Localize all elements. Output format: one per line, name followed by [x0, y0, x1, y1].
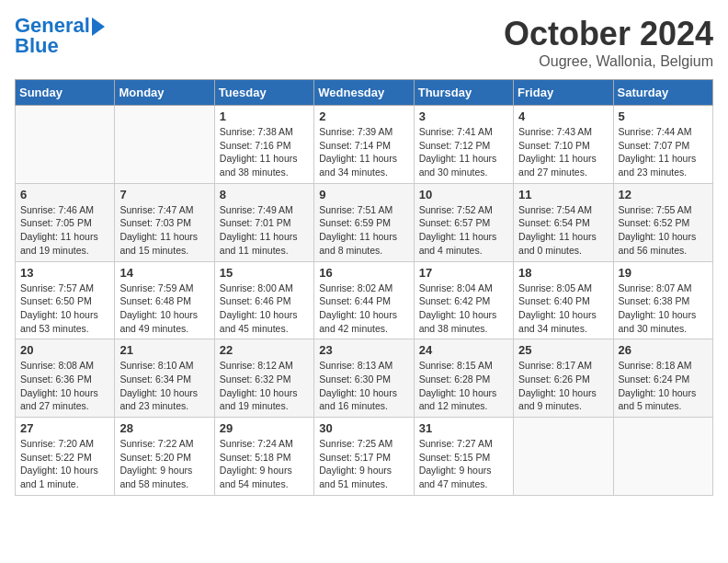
logo-blue: Blue: [15, 35, 105, 57]
day-info: Sunrise: 7:46 AM Sunset: 7:05 PM Dayligh…: [20, 203, 109, 258]
day-number: 15: [220, 266, 309, 280]
calendar-table: SundayMondayTuesdayWednesdayThursdayFrid…: [15, 79, 713, 496]
day-info: Sunrise: 7:38 AM Sunset: 7:16 PM Dayligh…: [220, 125, 309, 179]
week-row-2: 13Sunrise: 7:57 AM Sunset: 6:50 PM Dayli…: [16, 261, 713, 339]
day-info: Sunrise: 8:10 AM Sunset: 6:34 PM Dayligh…: [119, 359, 209, 413]
day-info: Sunrise: 8:00 AM Sunset: 6:46 PM Dayligh…: [220, 282, 309, 336]
header-cell-thursday: Thursday: [414, 80, 513, 106]
calendar-cell: 9Sunrise: 7:51 AM Sunset: 6:59 PM Daylig…: [314, 183, 414, 261]
calendar-cell: 18Sunrise: 8:05 AM Sunset: 6:40 PM Dayli…: [514, 261, 613, 339]
header-cell-tuesday: Tuesday: [214, 80, 313, 106]
week-row-1: 6Sunrise: 7:46 AM Sunset: 7:05 PM Daylig…: [16, 183, 713, 261]
calendar-cell: 3Sunrise: 7:41 AM Sunset: 7:12 PM Daylig…: [414, 106, 513, 184]
calendar-cell: 28Sunrise: 7:22 AM Sunset: 5:20 PM Dayli…: [115, 418, 214, 496]
calendar-cell: 5Sunrise: 7:44 AM Sunset: 7:07 PM Daylig…: [613, 106, 712, 184]
day-info: Sunrise: 8:12 AM Sunset: 6:32 PM Dayligh…: [220, 359, 309, 413]
day-number: 14: [119, 266, 209, 280]
day-number: 5: [619, 109, 708, 123]
calendar-cell: 19Sunrise: 8:07 AM Sunset: 6:38 PM Dayli…: [613, 261, 712, 339]
day-number: 24: [419, 343, 508, 357]
day-info: Sunrise: 7:24 AM Sunset: 5:18 PM Dayligh…: [220, 437, 309, 491]
day-info: Sunrise: 7:47 AM Sunset: 7:03 PM Dayligh…: [119, 203, 209, 258]
calendar-title: October 2024: [504, 15, 713, 53]
calendar-cell: 10Sunrise: 7:52 AM Sunset: 6:57 PM Dayli…: [414, 183, 513, 261]
day-info: Sunrise: 8:18 AM Sunset: 6:24 PM Dayligh…: [619, 359, 708, 413]
calendar-cell: 1Sunrise: 7:38 AM Sunset: 7:16 PM Daylig…: [214, 106, 313, 184]
calendar-cell: 25Sunrise: 8:17 AM Sunset: 6:26 PM Dayli…: [514, 339, 613, 418]
calendar-cell: 14Sunrise: 7:59 AM Sunset: 6:48 PM Dayli…: [115, 261, 214, 339]
day-number: 21: [119, 343, 209, 357]
day-info: Sunrise: 8:02 AM Sunset: 6:44 PM Dayligh…: [319, 282, 408, 336]
day-info: Sunrise: 7:27 AM Sunset: 5:15 PM Dayligh…: [419, 437, 508, 491]
calendar-cell: 8Sunrise: 7:49 AM Sunset: 7:01 PM Daylig…: [214, 183, 313, 261]
calendar-cell: 2Sunrise: 7:39 AM Sunset: 7:14 PM Daylig…: [314, 106, 414, 184]
day-number: 22: [220, 343, 309, 357]
day-number: 3: [419, 109, 508, 123]
day-number: 26: [619, 343, 708, 357]
week-row-4: 27Sunrise: 7:20 AM Sunset: 5:22 PM Dayli…: [16, 418, 713, 496]
day-number: 8: [220, 188, 309, 201]
day-number: 30: [319, 421, 408, 435]
day-info: Sunrise: 7:59 AM Sunset: 6:48 PM Dayligh…: [119, 282, 209, 336]
title-block: October 2024 Ougree, Wallonia, Belgium: [504, 15, 713, 70]
day-number: 2: [319, 109, 408, 123]
header-cell-wednesday: Wednesday: [314, 80, 414, 106]
calendar-cell: 6Sunrise: 7:46 AM Sunset: 7:05 PM Daylig…: [16, 183, 115, 261]
day-info: Sunrise: 7:51 AM Sunset: 6:59 PM Dayligh…: [319, 203, 408, 258]
day-info: Sunrise: 7:54 AM Sunset: 6:54 PM Dayligh…: [518, 203, 608, 258]
day-number: 10: [419, 188, 508, 201]
day-number: 7: [119, 188, 209, 201]
header-cell-saturday: Saturday: [613, 80, 712, 106]
header-cell-friday: Friday: [514, 80, 613, 106]
calendar-subtitle: Ougree, Wallonia, Belgium: [504, 53, 713, 70]
calendar-cell: 16Sunrise: 8:02 AM Sunset: 6:44 PM Dayli…: [314, 261, 414, 339]
day-number: 16: [319, 266, 408, 280]
day-info: Sunrise: 7:20 AM Sunset: 5:22 PM Dayligh…: [20, 437, 109, 491]
header-cell-sunday: Sunday: [16, 80, 115, 106]
calendar-cell: 21Sunrise: 8:10 AM Sunset: 6:34 PM Dayli…: [115, 339, 214, 418]
calendar-cell: 31Sunrise: 7:27 AM Sunset: 5:15 PM Dayli…: [414, 418, 513, 496]
day-info: Sunrise: 7:25 AM Sunset: 5:17 PM Dayligh…: [319, 437, 408, 491]
day-info: Sunrise: 7:44 AM Sunset: 7:07 PM Dayligh…: [619, 125, 708, 179]
calendar-cell: 23Sunrise: 8:13 AM Sunset: 6:30 PM Dayli…: [314, 339, 414, 418]
day-number: 11: [518, 188, 608, 201]
week-row-3: 20Sunrise: 8:08 AM Sunset: 6:36 PM Dayli…: [16, 339, 713, 418]
day-number: 17: [419, 266, 508, 280]
day-info: Sunrise: 8:04 AM Sunset: 6:42 PM Dayligh…: [419, 282, 508, 336]
calendar-cell: [514, 418, 613, 496]
day-info: Sunrise: 8:13 AM Sunset: 6:30 PM Dayligh…: [319, 359, 408, 413]
logo-arrow-icon: [92, 17, 105, 36]
header-row: SundayMondayTuesdayWednesdayThursdayFrid…: [16, 80, 713, 106]
calendar-cell: 7Sunrise: 7:47 AM Sunset: 7:03 PM Daylig…: [115, 183, 214, 261]
calendar-cell: [613, 418, 712, 496]
day-info: Sunrise: 7:39 AM Sunset: 7:14 PM Dayligh…: [319, 125, 408, 179]
calendar-cell: 12Sunrise: 7:55 AM Sunset: 6:52 PM Dayli…: [613, 183, 712, 261]
day-info: Sunrise: 7:55 AM Sunset: 6:52 PM Dayligh…: [619, 203, 708, 258]
calendar-cell: 24Sunrise: 8:15 AM Sunset: 6:28 PM Dayli…: [414, 339, 513, 418]
day-info: Sunrise: 8:15 AM Sunset: 6:28 PM Dayligh…: [419, 359, 508, 413]
day-number: 1: [220, 109, 309, 123]
calendar-cell: [115, 106, 214, 184]
day-info: Sunrise: 7:52 AM Sunset: 6:57 PM Dayligh…: [419, 203, 508, 258]
day-info: Sunrise: 7:41 AM Sunset: 7:12 PM Dayligh…: [419, 125, 508, 179]
calendar-cell: 29Sunrise: 7:24 AM Sunset: 5:18 PM Dayli…: [214, 418, 313, 496]
week-row-0: 1Sunrise: 7:38 AM Sunset: 7:16 PM Daylig…: [16, 106, 713, 184]
calendar-cell: 26Sunrise: 8:18 AM Sunset: 6:24 PM Dayli…: [613, 339, 712, 418]
day-number: 23: [319, 343, 408, 357]
day-number: 13: [20, 266, 109, 280]
day-number: 12: [619, 188, 708, 201]
day-number: 6: [20, 188, 109, 201]
calendar-cell: [16, 106, 115, 184]
day-number: 27: [20, 421, 109, 435]
calendar-cell: 30Sunrise: 7:25 AM Sunset: 5:17 PM Dayli…: [314, 418, 414, 496]
day-number: 19: [619, 266, 708, 280]
calendar-cell: 17Sunrise: 8:04 AM Sunset: 6:42 PM Dayli…: [414, 261, 513, 339]
day-number: 9: [319, 188, 408, 201]
day-number: 29: [220, 421, 309, 435]
day-number: 28: [119, 421, 209, 435]
day-info: Sunrise: 7:43 AM Sunset: 7:10 PM Dayligh…: [518, 125, 608, 179]
logo: General Blue: [15, 15, 105, 57]
day-info: Sunrise: 8:17 AM Sunset: 6:26 PM Dayligh…: [518, 359, 608, 413]
day-number: 20: [20, 343, 109, 357]
calendar-cell: 13Sunrise: 7:57 AM Sunset: 6:50 PM Dayli…: [16, 261, 115, 339]
